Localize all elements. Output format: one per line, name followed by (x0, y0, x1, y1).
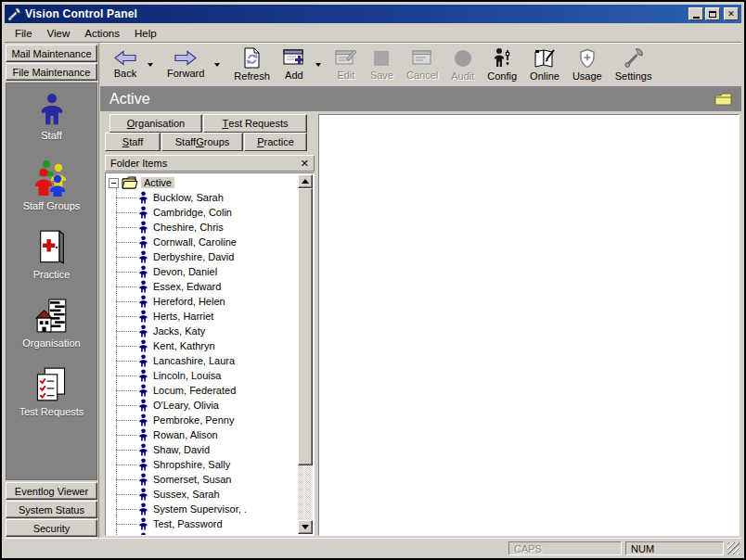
close-panel-icon[interactable]: ✕ (301, 159, 309, 169)
minimize-button[interactable] (688, 7, 703, 20)
folder-open-icon (122, 176, 138, 189)
tree-item-shropshire-sally[interactable]: Shropshire, Sally (109, 457, 314, 472)
title-bar[interactable]: Vision Control Panel ✕ (5, 5, 741, 23)
tree-item-devon-daniel[interactable]: Devon, Daniel (109, 264, 314, 279)
tree-item-somerset-susan[interactable]: Somerset, Susan (109, 472, 314, 487)
tree-item-cambridge-colin[interactable]: Cambridge, Colin (109, 205, 314, 220)
toolbar-dropdown-add[interactable] (313, 51, 324, 79)
sidebar-button-mail-maintenance[interactable]: Mail Maintenance (6, 45, 97, 62)
scrollbar-thumb[interactable] (298, 188, 313, 465)
tab-test-requests[interactable]: Test Requests (203, 114, 307, 133)
tree-item-kent-kathryn[interactable]: Kent, Kathryn (109, 338, 314, 353)
person-icon (138, 250, 148, 263)
person-icon (138, 310, 148, 323)
person-icon (138, 191, 148, 204)
content-area: OrganisationTest Requests StaffStaff Gro… (100, 111, 741, 538)
scroll-up-button[interactable] (298, 174, 313, 188)
staff-tree: Active Bucklow, SarahCambridge, ColinChe… (105, 172, 315, 536)
tree-item-essex-edward[interactable]: Essex, Edward (109, 279, 314, 294)
tree-scrollbar[interactable] (298, 174, 313, 534)
sidebar-item-label: Staff Groups (23, 200, 81, 211)
toolbar-button-audit[interactable]: Audit (445, 46, 480, 83)
toolbar-button-edit[interactable]: Edit (329, 46, 363, 83)
toolbar-label: Back (114, 68, 136, 79)
tree-item-shaw-david[interactable]: Shaw, David (109, 442, 314, 457)
sidebar-item-test-requests[interactable]: Test Requests (19, 367, 84, 417)
tab-practice[interactable]: Practice (244, 133, 307, 151)
tree-item-derbyshire-david[interactable]: Derbyshire, David (109, 249, 314, 264)
tree-item-rowan-alison[interactable]: Rowan, Alison (109, 427, 314, 442)
toolbar-button-back[interactable]: Back (108, 48, 143, 81)
toolbar-button-config[interactable]: Config (482, 45, 522, 83)
tree-item-o-leary-olivia[interactable]: O'Leary, Olivia (109, 398, 314, 413)
toolbar-button-add[interactable]: Add (277, 46, 311, 83)
tree-item-pembroke-penny[interactable]: Pembroke, Penny (109, 413, 314, 427)
tree-item-hereford-helen[interactable]: Hereford, Helen (109, 294, 314, 309)
sidebar-item-staff-groups[interactable]: Staff Groups (23, 159, 81, 211)
config-icon (492, 47, 512, 69)
sidebar-button-system-status[interactable]: System Status (6, 501, 97, 518)
tree-item-system-supervisor[interactable]: System Supervisor, . (109, 502, 314, 516)
sidebar-item-label: Staff (41, 130, 61, 141)
sidebar-item-organisation[interactable]: Organisation (22, 299, 80, 349)
folder-items-header: Folder Items ✕ (105, 155, 315, 172)
toolbar-label: Cancel (406, 70, 438, 81)
tab-organisation[interactable]: Organisation (109, 114, 202, 133)
scroll-down-button[interactable] (298, 520, 313, 534)
tree-item-label: Jacks, Katy (153, 325, 205, 337)
resize-grip[interactable] (727, 542, 740, 554)
toolbar-button-cancel[interactable]: Cancel (401, 46, 444, 83)
toolbar-button-online[interactable]: Online (524, 46, 565, 83)
toolbar-label: Online (530, 70, 560, 82)
menu-help[interactable]: Help (127, 26, 164, 41)
person-icon (138, 339, 148, 352)
folder-icon (714, 92, 732, 106)
menu-file[interactable]: File (7, 26, 40, 41)
person-icon (138, 503, 148, 515)
toolbar-button-refresh[interactable]: Refresh (228, 45, 276, 83)
person-icon (138, 458, 148, 471)
toolbar-button-settings[interactable]: Settings (610, 45, 658, 83)
toolbar-button-save[interactable]: Save (365, 47, 399, 83)
tree-item-torbay-tim[interactable]: Torbay, Tim (109, 531, 314, 536)
tree-item-cornwall-caroline[interactable]: Cornwall, Caroline (109, 235, 314, 249)
tree-item-sussex-sarah[interactable]: Sussex, Sarah (109, 487, 314, 502)
collapse-icon[interactable] (109, 178, 119, 188)
wrench-icon (7, 7, 21, 21)
menu-actions[interactable]: Actions (77, 26, 127, 41)
folder-icon[interactable] (714, 92, 732, 106)
tree-item-label: Kent, Kathryn (153, 340, 215, 351)
sidebar-item-staff[interactable]: Staff (38, 93, 66, 141)
toolbar-button-usage[interactable]: Usage (567, 46, 608, 83)
tree-item-lincoln-louisa[interactable]: Lincoln, Louisa (109, 368, 314, 383)
tab-staff[interactable]: Staff (105, 133, 161, 151)
toolbar-button-forward[interactable]: Forward (161, 48, 210, 81)
toolbar-label: Config (487, 70, 517, 82)
tree-item-bucklow-sarah[interactable]: Bucklow, Sarah (109, 190, 314, 205)
sidebar-item-practice[interactable]: Practice (33, 230, 71, 280)
tree-item-herts-harriet[interactable]: Herts, Harriet (109, 309, 314, 324)
tree-item-label: Bucklow, Sarah (153, 192, 224, 203)
person-icon (138, 443, 148, 456)
tree-item-test-password[interactable]: Test, Password (109, 516, 314, 531)
tree-item-locum-federated[interactable]: Locum, Federated (109, 383, 314, 398)
tree-item-lancashire-laura[interactable]: Lancashire, Laura (109, 353, 314, 368)
edit-icon (335, 48, 357, 68)
tree-item-cheshire-chris[interactable]: Cheshire, Chris (109, 220, 314, 235)
menu-view[interactable]: View (40, 26, 78, 41)
toolbar-dropdown-back[interactable] (145, 51, 156, 79)
toolbar-dropdown-forward[interactable] (212, 51, 223, 79)
close-button[interactable]: ✕ (724, 7, 739, 20)
open-folder-icon (122, 176, 138, 189)
save-icon (372, 49, 391, 68)
tree-root-row[interactable]: Active (109, 175, 314, 190)
scroll-down-icon (302, 525, 309, 529)
sidebar-button-file-maintenance[interactable]: File Maintenance (6, 63, 97, 81)
sidebar-button-security[interactable]: Security (6, 519, 97, 537)
maximize-button[interactable] (705, 7, 720, 20)
tree-item-label: Torbay, Tim (153, 533, 205, 536)
sidebar-button-eventlog-viewer[interactable]: Eventlog Viewer (6, 482, 97, 500)
toolbar-label: Refresh (234, 70, 270, 82)
tree-item-jacks-katy[interactable]: Jacks, Katy (109, 324, 314, 338)
tab-staff-groups[interactable]: Staff Groups (161, 133, 243, 151)
